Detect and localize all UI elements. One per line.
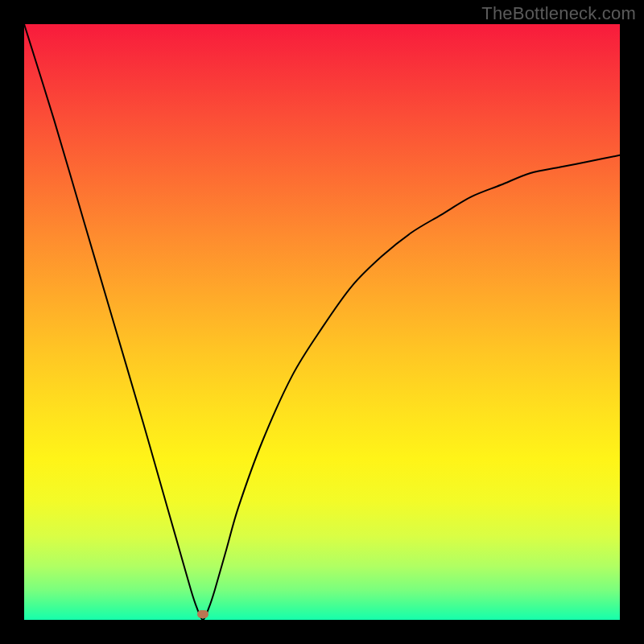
optimum-marker <box>197 610 208 618</box>
curve-svg <box>24 24 620 620</box>
bottleneck-curve <box>24 24 620 620</box>
plot-area <box>24 24 620 620</box>
chart-frame: TheBottleneck.com <box>0 0 644 644</box>
watermark-text: TheBottleneck.com <box>481 3 636 24</box>
